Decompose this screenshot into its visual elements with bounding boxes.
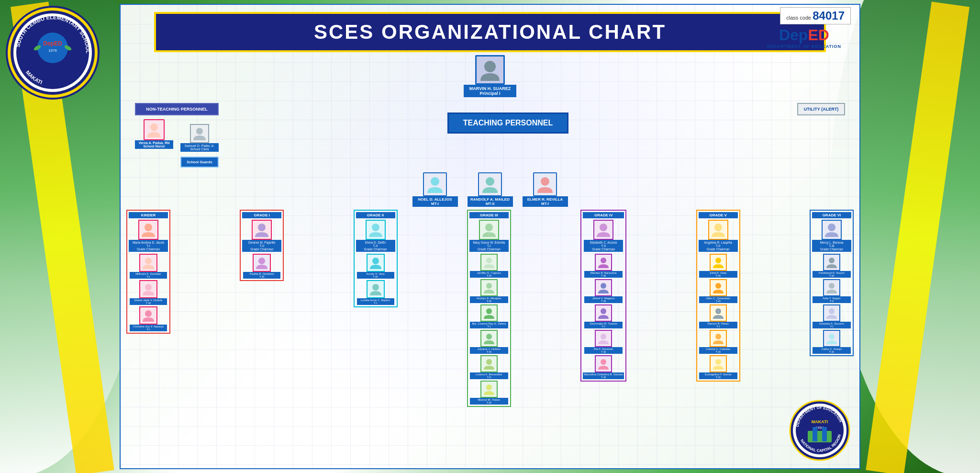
- school-logo: SOUTH CEMBO ELEMENTARY SCHOOL MAKATI Dep…: [5, 5, 100, 101]
- grade4-chair-info: Elizabeth C. AcorosT-IIGrade Chairman: [584, 240, 623, 252]
- grade4-t3-info: Gemmalyn B. TuazonT-I: [584, 322, 623, 328]
- svg-point-34: [372, 258, 379, 264]
- kinder-t2-info: Elaine Jade V. DiololaT-III: [130, 298, 167, 305]
- mt-name-2: ELMER R. REVILLA: [525, 197, 565, 202]
- principal-name: MARVIN H. SUAREZ: [468, 86, 512, 91]
- svg-rect-20: [822, 427, 827, 441]
- clerk-card: Samuel O. Pablo Jr. School Clerk: [180, 124, 219, 152]
- teaching-box: TEACHING PERSONNEL: [447, 113, 569, 134]
- grade6-t4-photo: [823, 330, 840, 347]
- class-code-value: 84017: [813, 9, 845, 22]
- grade3-t6: Maricel M. PaitanT-III: [470, 381, 508, 405]
- svg-point-38: [486, 283, 492, 289]
- grade2-t1-info: Aurely S. VeraT-III: [357, 272, 394, 279]
- grade2-chair-photo: [366, 220, 386, 240]
- utility-box: UTILITY (ALERT): [797, 103, 845, 115]
- non-teaching-box: NON-TEACHING PERSONNEL: [135, 103, 219, 115]
- kinder-t1: Millicent A. GambanT-I: [130, 254, 167, 279]
- kinder-t1-info: Millicent A. GambanT-I: [130, 272, 167, 279]
- grade3-t4-info: Julytere J. HolleroT-III: [470, 347, 508, 354]
- grade3-t3-photo: [480, 304, 498, 322]
- grade4-t4: Ria F. NecesitoT-III: [583, 330, 624, 354]
- grade2-chairman: Elvira D. DelfinT-IIGrade Chairman: [356, 220, 395, 252]
- svg-point-46: [601, 308, 606, 314]
- nurse-clerk-row: Verna A. Padua, RN School Nurse Samuel O…: [135, 119, 219, 168]
- grade4-teachers: Marites B. BaracenaT-III Jelord V. Magtu…: [583, 254, 624, 379]
- grade4-t2-info: Jelord V. MagturoT-III: [584, 296, 623, 303]
- svg-point-6: [37, 33, 68, 63]
- kinder-chairman: Maria Andrea D. Jacob T-I Grade Chairman: [129, 220, 168, 252]
- grade3-t3-info: Ma. Czarina Ray S. ValeraT-I: [470, 322, 508, 328]
- svg-point-43: [600, 224, 607, 231]
- principal-info: MARVIN H. SUAREZ Principal I: [464, 85, 516, 97]
- grade6-section: GRADE VI Mercy L. BenosaT-IIIGrade Chair…: [810, 210, 854, 356]
- svg-point-41: [486, 359, 492, 365]
- mt-info-0: NOEL D. ALLEJOS MT-I: [412, 196, 458, 207]
- grade4-t1: Marites B. BaracenaT-III: [583, 254, 624, 278]
- svg-rect-19: [813, 427, 817, 441]
- grade5-t1-info: Ethel F. GidaT-III: [699, 271, 737, 278]
- svg-point-25: [486, 177, 494, 186]
- mt-photo-1: [478, 172, 502, 196]
- grade6-chairman: Mercy L. BenosaT-IIIGrade Chairman: [812, 220, 851, 252]
- svg-text:MAKATI: MAKATI: [812, 419, 828, 424]
- svg-point-23: [196, 128, 203, 135]
- grade4-t3: Gemmalyn B. TuazonT-I: [583, 304, 624, 328]
- mt-card-2: ELMER R. REVILLA MT-I: [523, 172, 568, 207]
- grade5-teachers: Ethel F. GidaT-III Allen C. QuiambaoT-II…: [699, 254, 737, 379]
- grade4-t4-info: Ria F. NecesitoT-III: [584, 347, 623, 354]
- grade5-chair-info: Angelina R. LaspiñaT-IIGrade Chairman: [699, 240, 738, 252]
- grade3-t4: Julytere J. HolleroT-III: [470, 330, 508, 354]
- grade4-t5-info: Marcelina Celestina B. SorianoT-III: [583, 372, 624, 379]
- grade5-t4-photo: [710, 330, 727, 347]
- kinder-t2: Elaine Jade V. DiololaT-III: [130, 280, 167, 305]
- svg-point-39: [486, 308, 492, 314]
- grade3-t2: Arcelyn E. MiralpesT-III: [470, 279, 508, 303]
- mt-row: NOEL D. ALLEJOS MT-I RANDOLF A. MAILED M…: [125, 172, 855, 207]
- grade5-t3: Ramon B. PerezT-I: [699, 304, 737, 328]
- grade3-t6-photo: [480, 381, 498, 398]
- utility-section: UTILITY (ALERT): [797, 103, 845, 115]
- grade6-t4-info: Cathy C. AraojoT-III: [813, 347, 851, 354]
- grade3-section: GRADE III Mary Grace W. EstrellaT-IGrade…: [467, 210, 511, 407]
- kinder-t3-info: Christine Joy V. NavazaT-I: [130, 325, 167, 331]
- grade4-t5: Marcelina Celestina B. SorianoT-III: [583, 355, 624, 379]
- grade1-teachers: Paulita B. DetabianT-III: [243, 254, 280, 279]
- grade4-t3-photo: [595, 304, 612, 322]
- svg-point-48: [601, 359, 606, 365]
- mt-photo-2: [533, 172, 557, 196]
- mt-info-2: ELMER R. REVILLA MT-I: [523, 196, 568, 207]
- principal-role: Principal I: [468, 91, 512, 96]
- kinder-chair-info: Maria Andrea D. Jacob T-I Grade Chairman: [129, 240, 168, 252]
- grade5-header: GRADE V: [699, 212, 738, 218]
- page-title: SCES ORGANIZATIONAL CHART: [166, 21, 814, 44]
- grade1-chair-photo: [252, 220, 272, 240]
- grade3-t1: Jeniffer G. CapusoT-III: [470, 254, 508, 278]
- grade6-t1: Ferdinand R. RazonT-III: [813, 254, 851, 278]
- grade3-t5-info: Lorena A. BenavidezT-II: [470, 372, 508, 379]
- makati-seal: DEPARTMENT OF EDUCATION NATIONAL CAPITAL…: [789, 399, 851, 463]
- grade2-section: GRADE II Elvira D. DelfinT-IIGrade Chair…: [354, 210, 398, 307]
- svg-point-57: [829, 283, 835, 289]
- grade3-t3: Ma. Czarina Ray S. ValeraT-I: [470, 304, 508, 328]
- grade2-header: GRADE II: [356, 212, 395, 218]
- grade4-t4-photo: [595, 330, 612, 347]
- svg-point-59: [829, 334, 835, 339]
- svg-point-28: [145, 258, 152, 264]
- grade3-chair-info: Mary Grace W. EstrellaT-IGrade Chairman: [469, 240, 509, 252]
- svg-point-50: [715, 258, 721, 263]
- svg-point-40: [486, 334, 492, 339]
- grade6-t3-photo: [823, 304, 840, 322]
- grade3-t5-photo: [480, 355, 498, 372]
- grade5-t5-photo: [710, 355, 727, 372]
- svg-point-36: [485, 224, 493, 231]
- grade6-t4: Cathy C. AraojoT-III: [813, 330, 851, 354]
- grade5-t5-info: Evangelica P. GarciaT-III: [699, 372, 737, 379]
- grade3-t4-photo: [480, 330, 498, 347]
- grade1-t1: Paulita B. DetabianT-III: [243, 254, 280, 279]
- svg-rect-18: [808, 431, 832, 442]
- svg-point-47: [601, 334, 606, 339]
- grades-row: KINDER Maria Andrea D. Jacob T-I Grade C…: [125, 210, 855, 407]
- svg-point-21: [484, 61, 496, 72]
- grade4-section: GRADE IV Elizabeth C. AcorosT-IIGrade Ch…: [580, 210, 626, 382]
